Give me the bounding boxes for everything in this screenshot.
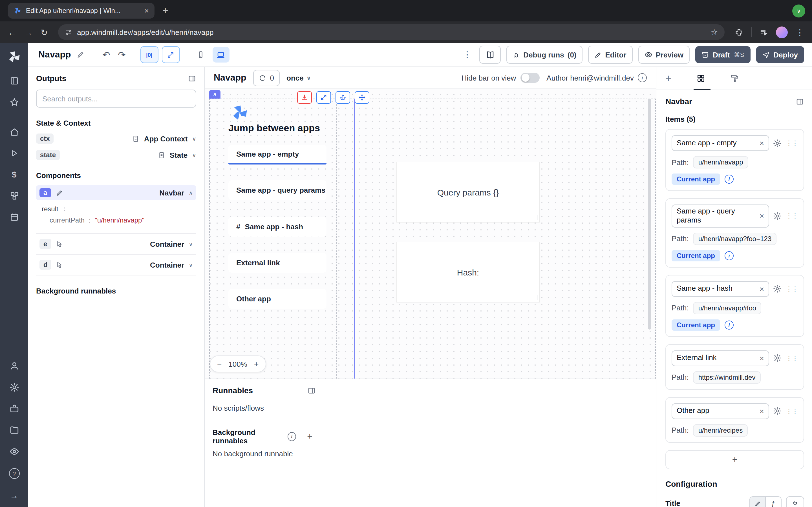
info-icon[interactable]: i [288,432,296,441]
panel-collapse-icon[interactable] [188,74,196,82]
clear-icon[interactable]: × [760,139,764,147]
eval-js-button[interactable]: ƒ [765,497,781,507]
calendar-icon[interactable] [9,212,19,222]
url-field[interactable]: app.windmill.dev/apps/edit/u/henri/navap… [58,24,725,40]
drag-handle[interactable]: ⋮⋮ [785,407,798,415]
item-path-value[interactable]: u/henri/recipes [693,424,748,436]
item-path-value[interactable]: u/henri/navapp#foo [693,302,762,314]
fullscreen-button[interactable] [161,46,180,63]
redo-button[interactable]: ↷ [118,49,125,60]
play-icon[interactable] [10,149,18,158]
list-icon[interactable] [9,76,19,86]
nav-item-external-link[interactable]: External link [229,253,326,273]
nav-item-same-app-query-params[interactable]: Same app - query params [229,180,326,200]
chevron-up-icon[interactable]: ∧ [189,189,193,196]
home-icon[interactable] [9,127,19,137]
preview-button[interactable]: Preview [638,46,690,64]
drag-handle[interactable]: ⋮⋮ [785,354,798,362]
chevron-down-icon[interactable]: ∨ [189,241,193,247]
item-label-input[interactable]: External link × [672,350,769,366]
more-kebab-icon[interactable]: ⋮ [463,50,471,60]
back-icon[interactable]: ← [8,28,16,36]
reload-icon[interactable]: ↻ [41,28,48,36]
gear-icon[interactable] [773,139,781,147]
nav-item-same-app-hash[interactable]: # Same app - hash [229,217,326,237]
item-path-value[interactable]: u/henri/navapp?foo=123 [693,232,777,245]
nav-item-other-app[interactable]: Other app [229,289,326,309]
static-value-button[interactable] [750,497,765,507]
item-path-value[interactable]: u/henri/navapp [693,156,748,168]
browser-profile-chip[interactable]: ∨ [792,4,805,17]
user-icon[interactable] [9,361,19,371]
item-label-input[interactable]: Same app - empty × [672,135,769,151]
edit-pencil-icon[interactable] [77,51,85,59]
query-params-card[interactable]: Query params {} [396,162,540,223]
docs-button[interactable] [479,46,501,64]
add-background-runnable-button[interactable]: + [304,430,316,443]
component-row-navbar[interactable]: a Navbar ∧ [36,185,196,200]
mobile-view-button[interactable] [192,47,209,62]
resize-guide-line[interactable] [354,99,355,379]
forward-icon[interactable]: → [24,28,33,36]
connect-input-button[interactable] [786,496,804,507]
move-component-button[interactable] [355,91,369,104]
gear-icon[interactable] [9,383,19,392]
drag-handle[interactable]: ⋮⋮ [785,212,798,220]
zoom-in-button[interactable]: + [254,359,259,369]
debug-runs-button[interactable]: Debug runs (0) [506,46,582,64]
undo-button[interactable]: ↶ [103,49,110,60]
ctx-row[interactable]: ctx App Context ∨ [36,133,196,144]
toolbox-icon[interactable] [9,404,19,413]
resize-handle-icon[interactable] [532,295,538,300]
editor-button[interactable]: Editor [589,46,633,64]
drag-handle[interactable]: ⋮⋮ [785,285,798,293]
gear-icon[interactable] [773,284,781,293]
panel-collapse-icon[interactable] [307,386,316,395]
insert-below-button[interactable] [297,91,312,104]
clear-icon[interactable]: × [760,285,764,293]
gear-icon[interactable] [773,407,781,415]
clear-icon[interactable]: × [760,212,764,220]
gear-icon[interactable] [773,212,781,220]
edit-pencil-icon[interactable] [56,189,63,196]
item-label-input[interactable]: Other app × [672,403,769,419]
windmill-logo-icon[interactable] [7,50,21,64]
component-row-container-d[interactable]: d Container ∨ [36,255,196,276]
app-canvas[interactable]: a [205,89,656,379]
anchor-component-button[interactable] [336,91,350,104]
item-label-input[interactable]: Same app - query params × [672,205,769,227]
media-control-icon[interactable] [760,28,768,36]
eye-icon[interactable] [9,447,19,456]
desktop-view-button[interactable] [212,47,229,62]
help-icon[interactable]: ? [9,468,19,479]
draft-button[interactable]: Draft ⌘S [695,46,750,63]
chevron-down-icon[interactable]: ∨ [192,152,196,158]
state-row[interactable]: state State ∨ [36,150,196,160]
new-tab-button[interactable]: + [162,6,168,16]
clear-icon[interactable]: × [760,407,764,415]
url-text[interactable]: app.windmill.dev/apps/edit/u/henri/navap… [77,28,706,36]
collapse-arrow-icon[interactable]: → [10,491,18,500]
run-mode-dropdown[interactable]: once ∨ [287,73,311,82]
refresh-chip[interactable]: 0 [253,69,280,86]
align-button[interactable]: |0| [140,46,158,63]
tab-close-icon[interactable]: × [144,7,149,15]
hide-bar-toggle[interactable] [520,73,540,83]
add-item-button[interactable]: + [665,450,804,469]
info-icon[interactable]: i [725,251,733,260]
search-outputs-input[interactable] [36,90,196,108]
folder-icon[interactable] [9,425,19,435]
profile-avatar[interactable] [776,26,788,38]
deploy-button[interactable]: Deploy [756,46,804,63]
canvas-scrollbar[interactable] [648,99,651,330]
dollar-icon[interactable]: $ [12,170,17,179]
clear-icon[interactable]: × [760,354,764,362]
component-row-container-e[interactable]: e Container ∨ [36,233,196,255]
blocks-icon[interactable] [9,191,19,201]
item-path-value[interactable]: https://windmill.dev [693,371,761,383]
expand-component-button[interactable] [316,91,331,104]
insert-component-tab[interactable]: + [665,72,671,84]
info-icon[interactable]: i [725,175,733,184]
hash-card[interactable]: Hash: [396,242,540,302]
component-settings-tab[interactable] [696,74,705,83]
